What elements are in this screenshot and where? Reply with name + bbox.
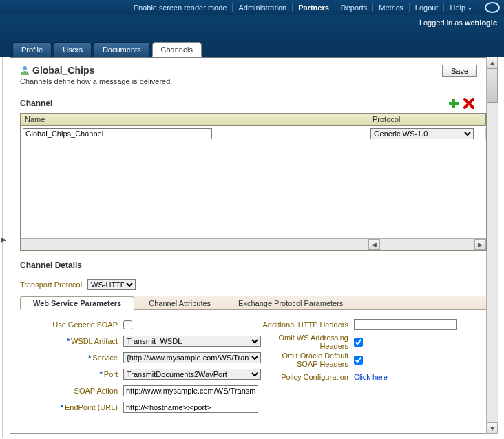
save-button[interactable]: Save [442, 65, 477, 77]
wsdl-artifact-select[interactable]: Transmit_WSDL [123, 336, 261, 347]
channel-section-title: Channel [20, 99, 52, 108]
svg-rect-2 [449, 102, 459, 105]
http-headers-label: Additional HTTP Headers [261, 320, 354, 329]
page-subtitle: Channels define how a message is deliver… [20, 77, 487, 85]
service-select[interactable]: {http://www.mysample.com/WS/TransmitDocu… [123, 352, 261, 363]
grid-horizontal-scrollbar[interactable]: ◀ ▶ [21, 238, 486, 250]
expand-handle-icon[interactable]: ▶ [1, 236, 6, 243]
endpoint-label: *EndPoint (URL) [20, 403, 123, 411]
scroll-down-icon[interactable]: ▼ [487, 422, 498, 434]
vertical-scrollbar[interactable]: ▲ ▼ [486, 57, 498, 434]
transport-protocol-label: Transport Protocol [20, 280, 82, 289]
table-row[interactable]: Generic WS-1.0 [21, 126, 486, 141]
sub-header: Logged in as weblogic Profile Users Docu… [0, 15, 504, 57]
logged-in-text: Logged in as weblogic [419, 19, 497, 27]
policy-config-label: Policy Configuration [261, 373, 354, 381]
add-icon[interactable] [448, 98, 459, 109]
scroll-up-icon[interactable]: ▲ [487, 57, 498, 68]
omit-oracle-checkbox[interactable] [354, 356, 363, 365]
top-nav [0, 0, 504, 17]
policy-config-link[interactable]: Click here [354, 373, 388, 381]
tab-documents[interactable]: Documents [94, 42, 150, 57]
col-header-name[interactable]: Name [21, 114, 368, 125]
subtab-ws-params[interactable]: Web Service Parameters [20, 296, 134, 310]
soap-action-input[interactable] [123, 385, 258, 396]
generic-soap-checkbox[interactable] [123, 320, 132, 329]
subtab-channel-attrs[interactable]: Channel Attributes [136, 296, 224, 309]
generic-soap-label: Use Generic SOAP [20, 320, 123, 329]
svg-point-0 [23, 66, 27, 70]
scroll-thumb[interactable] [487, 68, 498, 103]
tab-profile[interactable]: Profile [12, 42, 52, 57]
omit-wsa-checkbox[interactable] [354, 338, 363, 347]
omit-wsa-label: Omit WS Addressing Headers [261, 334, 354, 350]
detail-subtabs: Web Service Parameters Channel Attribute… [20, 296, 487, 310]
soap-action-label: SOAP Action [20, 387, 123, 395]
tab-channels[interactable]: Channels [152, 42, 202, 57]
channel-name-input[interactable] [23, 128, 212, 139]
channel-grid: Name Protocol Generic WS-1.0 ◀ ▶ [20, 113, 487, 251]
port-select[interactable]: TransmitDocuments2WayPort [123, 369, 261, 380]
delete-icon[interactable] [463, 98, 474, 109]
transport-protocol-select[interactable]: WS-HTTP [87, 279, 136, 290]
service-label: *Service [20, 354, 123, 362]
page-title: Global_Chips [32, 65, 94, 76]
scroll-left-icon[interactable]: ◀ [368, 239, 380, 250]
scroll-right-icon[interactable]: ▶ [474, 239, 486, 250]
channel-details-title: Channel Details [20, 261, 487, 272]
port-label: *Port [20, 370, 123, 378]
endpoint-input[interactable] [123, 402, 258, 413]
channel-protocol-select[interactable]: Generic WS-1.0 [370, 128, 474, 139]
tab-users[interactable]: Users [54, 42, 92, 57]
subtab-exchange-params[interactable]: Exchange Protocol Parameters [225, 296, 356, 309]
partner-icon [20, 65, 30, 75]
wsdl-artifact-label: *WSDL Artifact [20, 337, 123, 345]
content-panel: ▲ ▼ Global_Chips Save Channels define ho… [10, 57, 497, 434]
http-headers-input[interactable] [354, 319, 457, 330]
omit-oracle-label: Omit Oracle Default SOAP Headers [261, 351, 354, 368]
main-tabs: Profile Users Documents Channels [12, 42, 204, 57]
col-header-protocol[interactable]: Protocol [368, 114, 486, 125]
